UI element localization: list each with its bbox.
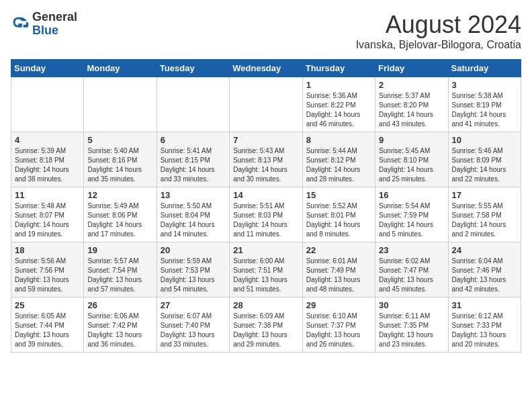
cell-day-number: 11 bbox=[15, 190, 80, 200]
cell-day-number: 23 bbox=[379, 245, 444, 255]
calendar-cell: 17Sunrise: 5:55 AM Sunset: 7:58 PM Dayli… bbox=[448, 187, 521, 242]
cell-day-info: Sunrise: 5:51 AM Sunset: 8:03 PM Dayligh… bbox=[233, 201, 298, 239]
calendar-cell: 21Sunrise: 6:00 AM Sunset: 7:51 PM Dayli… bbox=[230, 242, 302, 298]
calendar-cell: 2Sunrise: 5:37 AM Sunset: 8:20 PM Daylig… bbox=[375, 77, 448, 132]
week-row-5: 25Sunrise: 6:05 AM Sunset: 7:44 PM Dayli… bbox=[11, 298, 521, 353]
cell-day-number: 8 bbox=[306, 135, 371, 145]
cell-day-number: 14 bbox=[233, 190, 298, 200]
cell-day-number: 3 bbox=[452, 80, 517, 90]
cell-day-info: Sunrise: 6:05 AM Sunset: 7:44 PM Dayligh… bbox=[15, 312, 80, 349]
cell-day-info: Sunrise: 6:06 AM Sunset: 7:42 PM Dayligh… bbox=[87, 312, 152, 349]
cell-day-number: 29 bbox=[306, 300, 371, 310]
cell-day-number: 1 bbox=[306, 80, 371, 90]
cell-day-number: 30 bbox=[379, 300, 444, 310]
cell-day-number: 19 bbox=[87, 245, 152, 255]
cell-day-info: Sunrise: 5:41 AM Sunset: 8:15 PM Dayligh… bbox=[161, 146, 226, 184]
calendar-cell: 24Sunrise: 6:04 AM Sunset: 7:46 PM Dayli… bbox=[448, 242, 521, 298]
calendar-cell: 30Sunrise: 6:11 AM Sunset: 7:35 PM Dayli… bbox=[375, 298, 448, 353]
calendar-cell: 8Sunrise: 5:44 AM Sunset: 8:12 PM Daylig… bbox=[302, 132, 375, 187]
cell-day-info: Sunrise: 5:43 AM Sunset: 8:13 PM Dayligh… bbox=[233, 146, 298, 184]
cell-day-info: Sunrise: 6:09 AM Sunset: 7:38 PM Dayligh… bbox=[233, 312, 298, 349]
calendar-cell: 27Sunrise: 6:07 AM Sunset: 7:40 PM Dayli… bbox=[157, 298, 229, 353]
cell-day-info: Sunrise: 5:37 AM Sunset: 8:20 PM Dayligh… bbox=[379, 91, 444, 129]
cell-day-number: 4 bbox=[15, 135, 80, 145]
calendar-cell bbox=[84, 77, 157, 132]
day-header-monday: Monday bbox=[84, 60, 157, 77]
cell-day-number: 20 bbox=[161, 245, 226, 255]
day-header-saturday: Saturday bbox=[448, 60, 521, 77]
week-row-2: 4Sunrise: 5:39 AM Sunset: 8:18 PM Daylig… bbox=[11, 132, 521, 187]
cell-day-info: Sunrise: 6:02 AM Sunset: 7:47 PM Dayligh… bbox=[379, 257, 444, 294]
cell-day-number: 6 bbox=[161, 135, 226, 145]
day-header-tuesday: Tuesday bbox=[157, 60, 229, 77]
cell-day-info: Sunrise: 5:44 AM Sunset: 8:12 PM Dayligh… bbox=[306, 146, 371, 184]
cell-day-number: 13 bbox=[161, 190, 226, 200]
cell-day-number: 7 bbox=[233, 135, 298, 145]
calendar-cell bbox=[11, 77, 84, 132]
cell-day-number: 10 bbox=[452, 135, 517, 145]
cell-day-number: 18 bbox=[15, 245, 80, 255]
cell-day-number: 25 bbox=[15, 300, 80, 310]
cell-day-number: 22 bbox=[306, 245, 371, 255]
day-header-thursday: Thursday bbox=[302, 60, 375, 77]
cell-day-info: Sunrise: 5:40 AM Sunset: 8:16 PM Dayligh… bbox=[87, 146, 152, 184]
cell-day-number: 28 bbox=[233, 300, 298, 310]
cell-day-info: Sunrise: 5:54 AM Sunset: 7:59 PM Dayligh… bbox=[379, 201, 444, 239]
cell-day-info: Sunrise: 5:49 AM Sunset: 8:06 PM Dayligh… bbox=[87, 201, 152, 239]
calendar-cell: 31Sunrise: 6:12 AM Sunset: 7:33 PM Dayli… bbox=[448, 298, 521, 353]
day-header-wednesday: Wednesday bbox=[230, 60, 302, 77]
cell-day-info: Sunrise: 5:48 AM Sunset: 8:07 PM Dayligh… bbox=[15, 201, 80, 239]
cell-day-number: 9 bbox=[379, 135, 444, 145]
month-year-title: August 2024 bbox=[356, 11, 521, 39]
location-subtitle: Ivanska, Bjelovar-Bilogora, Croatia bbox=[356, 39, 521, 51]
cell-day-number: 26 bbox=[87, 300, 152, 310]
calendar-cell: 1Sunrise: 5:36 AM Sunset: 8:22 PM Daylig… bbox=[302, 77, 375, 132]
calendar-cell: 16Sunrise: 5:54 AM Sunset: 7:59 PM Dayli… bbox=[375, 187, 448, 242]
week-row-3: 11Sunrise: 5:48 AM Sunset: 8:07 PM Dayli… bbox=[11, 187, 521, 242]
cell-day-number: 12 bbox=[87, 190, 152, 200]
cell-day-number: 24 bbox=[452, 245, 517, 255]
calendar-cell: 29Sunrise: 6:10 AM Sunset: 7:37 PM Dayli… bbox=[302, 298, 375, 353]
cell-day-number: 5 bbox=[87, 135, 152, 145]
calendar-cell: 26Sunrise: 6:06 AM Sunset: 7:42 PM Dayli… bbox=[84, 298, 157, 353]
cell-day-info: Sunrise: 5:46 AM Sunset: 8:09 PM Dayligh… bbox=[452, 146, 517, 184]
calendar-cell bbox=[157, 77, 229, 132]
calendar-cell: 20Sunrise: 5:59 AM Sunset: 7:53 PM Dayli… bbox=[157, 242, 229, 298]
calendar-cell: 11Sunrise: 5:48 AM Sunset: 8:07 PM Dayli… bbox=[11, 187, 84, 242]
title-block: August 2024 Ivanska, Bjelovar-Bilogora, … bbox=[356, 11, 521, 51]
cell-day-number: 16 bbox=[379, 190, 444, 200]
cell-day-info: Sunrise: 5:45 AM Sunset: 8:10 PM Dayligh… bbox=[379, 146, 444, 184]
calendar-cell: 4Sunrise: 5:39 AM Sunset: 8:18 PM Daylig… bbox=[11, 132, 84, 187]
cell-day-number: 2 bbox=[379, 80, 444, 90]
week-row-1: 1Sunrise: 5:36 AM Sunset: 8:22 PM Daylig… bbox=[11, 77, 521, 132]
calendar-cell: 12Sunrise: 5:49 AM Sunset: 8:06 PM Dayli… bbox=[84, 187, 157, 242]
cell-day-info: Sunrise: 5:56 AM Sunset: 7:56 PM Dayligh… bbox=[15, 257, 80, 294]
calendar-table: SundayMondayTuesdayWednesdayThursdayFrid… bbox=[11, 59, 521, 353]
calendar-cell: 28Sunrise: 6:09 AM Sunset: 7:38 PM Dayli… bbox=[230, 298, 302, 353]
calendar-cell: 19Sunrise: 5:57 AM Sunset: 7:54 PM Dayli… bbox=[84, 242, 157, 298]
calendar-cell: 7Sunrise: 5:43 AM Sunset: 8:13 PM Daylig… bbox=[230, 132, 302, 187]
cell-day-info: Sunrise: 5:39 AM Sunset: 8:18 PM Dayligh… bbox=[15, 146, 80, 184]
logo-general-text: General bbox=[32, 10, 77, 24]
cell-day-info: Sunrise: 5:55 AM Sunset: 7:58 PM Dayligh… bbox=[452, 201, 517, 239]
calendar-cell: 13Sunrise: 5:50 AM Sunset: 8:04 PM Dayli… bbox=[157, 187, 229, 242]
logo-icon bbox=[11, 15, 30, 34]
calendar-cell: 25Sunrise: 6:05 AM Sunset: 7:44 PM Dayli… bbox=[11, 298, 84, 353]
cell-day-number: 31 bbox=[452, 300, 517, 310]
calendar-cell: 6Sunrise: 5:41 AM Sunset: 8:15 PM Daylig… bbox=[157, 132, 229, 187]
cell-day-info: Sunrise: 6:04 AM Sunset: 7:46 PM Dayligh… bbox=[452, 257, 517, 294]
day-header-friday: Friday bbox=[375, 60, 448, 77]
calendar-cell bbox=[230, 77, 302, 132]
calendar-cell: 14Sunrise: 5:51 AM Sunset: 8:03 PM Dayli… bbox=[230, 187, 302, 242]
cell-day-info: Sunrise: 6:10 AM Sunset: 7:37 PM Dayligh… bbox=[306, 312, 371, 349]
logo-blue-text: Blue bbox=[32, 24, 58, 37]
cell-day-info: Sunrise: 6:11 AM Sunset: 7:35 PM Dayligh… bbox=[379, 312, 444, 349]
cell-day-info: Sunrise: 5:57 AM Sunset: 7:54 PM Dayligh… bbox=[87, 257, 152, 294]
cell-day-info: Sunrise: 5:59 AM Sunset: 7:53 PM Dayligh… bbox=[161, 257, 226, 294]
cell-day-info: Sunrise: 6:00 AM Sunset: 7:51 PM Dayligh… bbox=[233, 257, 298, 294]
week-row-4: 18Sunrise: 5:56 AM Sunset: 7:56 PM Dayli… bbox=[11, 242, 521, 298]
cell-day-info: Sunrise: 5:50 AM Sunset: 8:04 PM Dayligh… bbox=[161, 201, 226, 239]
calendar-cell: 23Sunrise: 6:02 AM Sunset: 7:47 PM Dayli… bbox=[375, 242, 448, 298]
cell-day-info: Sunrise: 6:07 AM Sunset: 7:40 PM Dayligh… bbox=[161, 312, 226, 349]
header-row: SundayMondayTuesdayWednesdayThursdayFrid… bbox=[11, 60, 521, 77]
